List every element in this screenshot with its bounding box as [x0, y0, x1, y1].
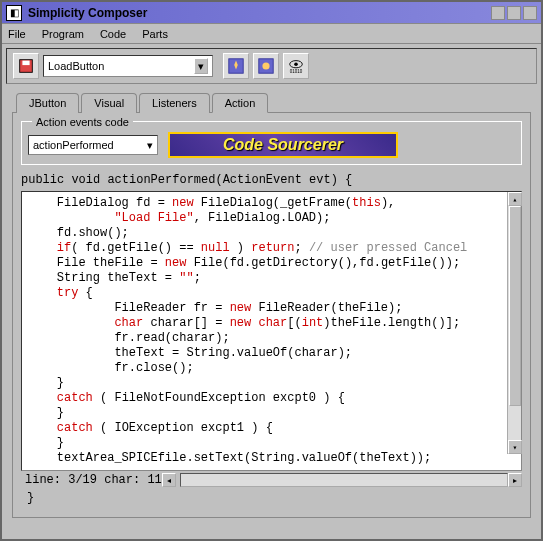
menu-file[interactable]: File [8, 28, 26, 40]
component-combo-value: LoadButton [48, 60, 104, 72]
method-combo-value: actionPerformed [33, 139, 114, 151]
titlebar[interactable]: ◧ Simplicity Composer [2, 2, 541, 24]
maximize-button[interactable] [507, 6, 521, 20]
eye-icon[interactable]: 01010 [283, 53, 309, 79]
code-line[interactable]: File theFile = new File(fd.getDirectory(… [28, 256, 515, 271]
code-line[interactable]: try { [28, 286, 515, 301]
code-editor[interactable]: FileDialog fd = new FileDialog(_getFrame… [21, 191, 522, 471]
code-line[interactable]: theText = String.valueOf(charar); [28, 346, 515, 361]
toolbar: LoadButton ▾ 01010 [6, 48, 537, 84]
chevron-down-icon: ▾ [194, 58, 208, 74]
code-line[interactable]: fd.show(); [28, 226, 515, 241]
code-line[interactable]: char charar[] = new char[(int)theFile.le… [28, 316, 515, 331]
scroll-up-icon[interactable]: ▴ [508, 192, 522, 206]
minimize-button[interactable] [491, 6, 505, 20]
code-line[interactable]: fr.close(); [28, 361, 515, 376]
code-line[interactable]: FileDialog fd = new FileDialog(_getFrame… [28, 196, 515, 211]
tab-visual[interactable]: Visual [81, 93, 137, 113]
code-line[interactable]: FileReader fr = new FileReader(theFile); [28, 301, 515, 316]
cursor-position: line: 3/19 char: 11 [21, 473, 162, 487]
code-sourcerer-logo: Code Sourcerer [168, 132, 398, 158]
wizard-icon[interactable] [223, 53, 249, 79]
wizard2-icon[interactable] [253, 53, 279, 79]
component-combo[interactable]: LoadButton ▾ [43, 55, 213, 77]
vertical-scrollbar[interactable]: ▴ ▾ [507, 192, 521, 454]
tab-action[interactable]: Action [212, 93, 269, 113]
code-line[interactable]: if( fd.getFile() == null ) return; // us… [28, 241, 515, 256]
scroll-left-icon[interactable]: ◂ [162, 473, 176, 487]
action-events-fieldset: Action events code actionPerformed ▾ Cod… [21, 121, 522, 165]
tab-jbutton[interactable]: JButton [16, 93, 79, 113]
save-icon[interactable] [13, 53, 39, 79]
code-line[interactable]: catch ( IOException excpt1 ) { [28, 421, 515, 436]
svg-rect-1 [22, 61, 29, 66]
app-window: ◧ Simplicity Composer File Program Code … [0, 0, 543, 541]
status-bar: line: 3/19 char: 11 ◂ ▸ [21, 473, 522, 487]
scroll-down-icon[interactable]: ▾ [508, 440, 522, 454]
code-line[interactable]: } [28, 436, 515, 451]
tabs: JButton Visual Listeners Action [2, 88, 541, 112]
code-line[interactable]: textArea_SPICEfile.setText(String.valueO… [28, 451, 515, 466]
code-line[interactable]: } [28, 406, 515, 421]
chevron-down-icon: ▾ [147, 139, 153, 152]
menubar: File Program Code Parts [2, 24, 541, 44]
menu-parts[interactable]: Parts [142, 28, 168, 40]
menu-program[interactable]: Program [42, 28, 84, 40]
method-close-brace: } [21, 487, 522, 509]
method-combo[interactable]: actionPerformed ▾ [28, 135, 158, 155]
close-button[interactable] [523, 6, 537, 20]
fieldset-legend: Action events code [32, 116, 133, 128]
svg-text:01010: 01010 [290, 69, 303, 74]
scroll-thumb[interactable] [509, 206, 521, 406]
tab-listeners[interactable]: Listeners [139, 93, 210, 113]
method-signature: public void actionPerformed(ActionEvent … [21, 171, 522, 191]
svg-point-5 [262, 62, 269, 69]
window-title: Simplicity Composer [28, 6, 489, 20]
svg-point-7 [294, 62, 298, 66]
scroll-right-icon[interactable]: ▸ [508, 473, 522, 487]
menu-code[interactable]: Code [100, 28, 126, 40]
tab-panel: Action events code actionPerformed ▾ Cod… [12, 112, 531, 518]
app-icon: ◧ [6, 5, 22, 21]
code-line[interactable]: String theText = ""; [28, 271, 515, 286]
code-line[interactable]: } [28, 376, 515, 391]
code-line[interactable]: catch ( FileNotFoundException excpt0 ) { [28, 391, 515, 406]
horizontal-scrollbar[interactable] [180, 473, 508, 487]
code-line[interactable]: fr.read(charar); [28, 331, 515, 346]
code-line[interactable]: "Load File", FileDialog.LOAD); [28, 211, 515, 226]
